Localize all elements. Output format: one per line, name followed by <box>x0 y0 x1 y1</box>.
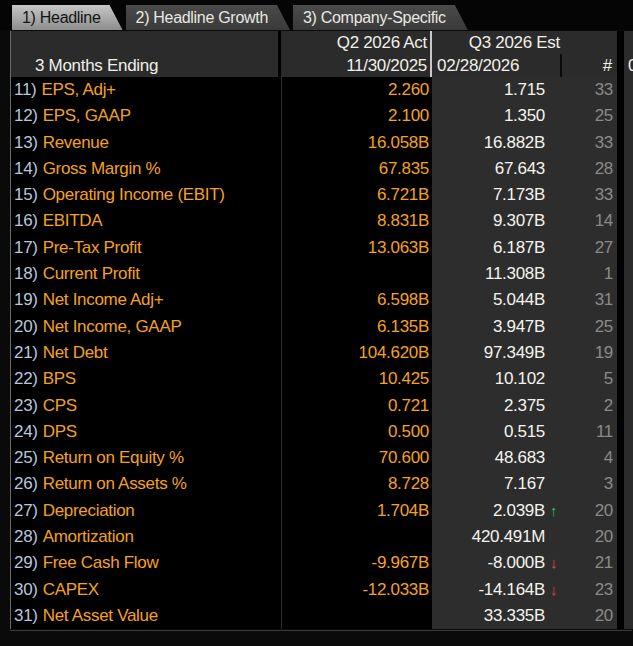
table-row[interactable]: 19)Net Income Adj+ 6.598B 5.044B 31 <box>11 287 633 313</box>
column-gap <box>617 208 624 234</box>
table-row[interactable]: 23)CPS 0.721 2.375 2 <box>11 393 633 419</box>
table-row[interactable]: 21)Net Debt 104.620B 97.349B 19 <box>11 340 633 366</box>
actual-value: -12.033B <box>281 577 432 603</box>
metric-name: Free Cash Flow <box>38 553 159 572</box>
row-number: 16) <box>14 211 38 230</box>
table-row[interactable]: 25)Return on Equity % 70.600 48.683 4 <box>11 445 633 471</box>
row-number: 15) <box>14 185 38 204</box>
table-row[interactable]: 14)Gross Margin % 67.835 67.643 28 <box>11 156 633 182</box>
column-gap <box>617 340 624 366</box>
table-row[interactable]: 12)EPS, GAAP 2.100 1.350 25 <box>11 103 633 129</box>
table-row[interactable]: 20)Net Income, GAAP 6.135B 3.947B 25 <box>11 314 633 340</box>
next-column-sliver <box>624 287 633 313</box>
actual-value <box>281 261 432 287</box>
metric-label-cell: 17)Pre-Tax Profit <box>11 235 281 261</box>
next-column-sliver <box>624 103 633 129</box>
estimate-value: 0.515 <box>432 419 545 445</box>
analyst-count: 33 <box>562 182 615 208</box>
table-row[interactable]: 13)Revenue 16.058B 16.882B 33 <box>11 130 633 156</box>
column-gap <box>617 498 624 524</box>
row-number: 13) <box>14 133 38 152</box>
next-column-sliver <box>624 577 633 603</box>
table-row[interactable]: 26)Return on Assets % 8.728 7.167 3 <box>11 471 633 497</box>
actual-value: 6.598B <box>281 287 432 313</box>
column-gap <box>617 103 624 129</box>
table-row[interactable]: 31)Net Asset Value 33.335B 20 <box>11 603 633 629</box>
column-gap <box>617 31 624 54</box>
actual-value: 1.704B <box>281 498 432 524</box>
table-row[interactable]: 27)Depreciation 1.704B 2.039B ↑ 20 <box>11 498 633 524</box>
next-column-fragment: 0 <box>624 54 633 77</box>
analyst-count: 27 <box>562 235 615 261</box>
column-gap <box>617 182 624 208</box>
tab-company-specific[interactable]: 3) Company-Specific <box>293 5 468 30</box>
next-column-sliver <box>624 77 633 103</box>
next-column-sliver <box>624 31 633 54</box>
table-row[interactable]: 11)EPS, Adj+ 2.260 1.715 33 <box>11 77 633 103</box>
header-q2-date[interactable]: 11/30/2025 <box>281 54 432 77</box>
header-row-period: Q2 2026 Act Q3 2026 Est <box>11 31 633 54</box>
row-number: 14) <box>14 159 38 178</box>
column-gap <box>617 314 624 340</box>
estimates-window: 1) Headline 2) Headline Growth 3) Compan… <box>0 0 633 646</box>
tab-headline[interactable]: 1) Headline <box>12 5 123 30</box>
table-row[interactable]: 18)Current Profit 11.308B 1 <box>11 261 633 287</box>
analyst-count-header: # <box>562 54 615 77</box>
row-number: 21) <box>14 343 38 362</box>
analyst-count: 20 <box>562 498 615 524</box>
metric-label-cell: 31)Net Asset Value <box>11 603 281 629</box>
header-q3-date[interactable]: 02/28/2026 <box>432 54 562 77</box>
metric-label-cell: 11)EPS, Adj+ <box>11 77 281 103</box>
analyst-count: 3 <box>562 471 615 497</box>
table-row[interactable]: 17)Pre-Tax Profit 13.063B 6.187B 27 <box>11 235 633 261</box>
column-gap <box>617 156 624 182</box>
metric-label-cell: 26)Return on Assets % <box>11 471 281 497</box>
table-row[interactable]: 30)CAPEX -12.033B -14.164B ↓ 23 <box>11 577 633 603</box>
metric-label-cell: 15)Operating Income (EBIT) <box>11 182 281 208</box>
next-column-sliver <box>624 366 633 392</box>
header-q2-period[interactable]: Q2 2026 Act <box>281 31 432 54</box>
column-gap <box>617 54 624 77</box>
metric-name: Return on Equity % <box>38 448 184 467</box>
actual-value: 10.425 <box>281 366 432 392</box>
row-number: 29) <box>14 553 38 572</box>
column-gap <box>617 235 624 261</box>
actual-value: 2.100 <box>281 103 432 129</box>
metric-label-cell: 12)EPS, GAAP <box>11 103 281 129</box>
row-number: 12) <box>14 106 38 125</box>
tab-headline-growth[interactable]: 2) Headline Growth <box>126 5 290 30</box>
analyst-count: 2 <box>562 393 615 419</box>
header-q3-period[interactable]: Q3 2026 Est <box>432 31 562 54</box>
down-arrow-icon: ↓ <box>545 550 562 576</box>
metric-name: CAPEX <box>38 580 99 599</box>
trend-arrow-icon <box>545 314 562 340</box>
metric-name: Amortization <box>38 527 134 546</box>
actual-value: 104.620B <box>281 340 432 366</box>
estimate-value: 48.683 <box>432 445 545 471</box>
next-column-sliver <box>624 182 633 208</box>
table-row[interactable]: 28)Amortization 420.491M 20 <box>11 524 633 550</box>
table-row[interactable]: 29)Free Cash Flow -9.967B -8.000B ↓ 21 <box>11 550 633 576</box>
estimate-value: 10.102 <box>432 366 545 392</box>
metric-name: EBITDA <box>38 211 103 230</box>
table-row[interactable]: 15)Operating Income (EBIT) 6.721B 7.173B… <box>11 182 633 208</box>
table-row[interactable]: 24)DPS 0.500 0.515 11 <box>11 419 633 445</box>
metric-label-cell: 20)Net Income, GAAP <box>11 314 281 340</box>
estimate-value: 6.187B <box>432 235 545 261</box>
header-count-spacer <box>562 31 615 54</box>
trend-arrow-icon <box>545 340 562 366</box>
analyst-count: 23 <box>562 577 615 603</box>
metric-name: DPS <box>38 422 77 441</box>
row-number: 19) <box>14 290 38 309</box>
next-column-sliver <box>624 235 633 261</box>
table-row[interactable]: 16)EBITDA 8.831B 9.307B 14 <box>11 208 633 234</box>
estimate-value: 420.491M <box>432 524 545 550</box>
column-gap <box>617 130 624 156</box>
actual-value: 8.728 <box>281 471 432 497</box>
metric-label-cell: 13)Revenue <box>11 130 281 156</box>
trend-arrow-icon <box>545 445 562 471</box>
table-row[interactable]: 22)BPS 10.425 10.102 5 <box>11 366 633 392</box>
row-number: 23) <box>14 396 38 415</box>
metric-name: CPS <box>38 396 77 415</box>
next-column-sliver <box>624 340 633 366</box>
